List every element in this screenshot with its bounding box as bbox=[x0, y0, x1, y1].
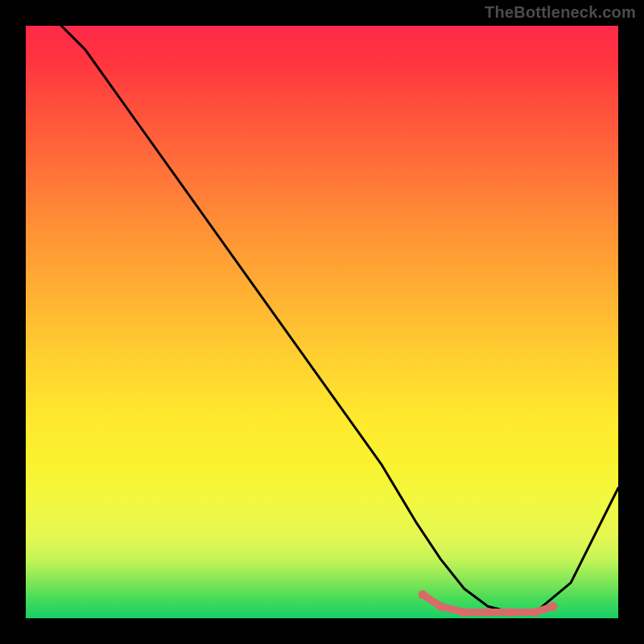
highlight-dot bbox=[419, 590, 427, 599]
highlight-dot bbox=[507, 608, 516, 617]
highlight-dot bbox=[436, 602, 445, 611]
highlight-dots bbox=[419, 590, 558, 617]
chart-stage: TheBottleneck.com bbox=[0, 0, 644, 644]
highlight-dot bbox=[460, 608, 469, 617]
highlight-dot bbox=[549, 602, 558, 611]
highlight-dot bbox=[484, 608, 493, 617]
watermark-text: TheBottleneck.com bbox=[485, 3, 636, 22]
plot-area bbox=[26, 26, 618, 618]
highlight-dot bbox=[531, 608, 540, 617]
chart-svg bbox=[26, 26, 618, 618]
main-curve bbox=[61, 26, 618, 613]
